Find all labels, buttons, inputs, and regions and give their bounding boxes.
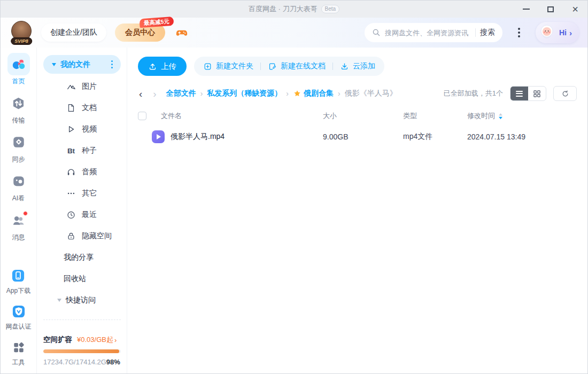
rail-item-ai-view[interactable]: AI看 [7,170,30,203]
rail-label-certification: 网盘认证 [6,322,32,331]
rail-label-transfer: 传输 [12,116,25,125]
storage-price-link[interactable]: ¥0.03/GB起 › [77,335,117,345]
file-row[interactable]: 俄影半人马.mp4 9.00GB mp4文件 2024.07.15 13:49 [138,124,577,149]
kebab-menu-icon [518,28,520,30]
file-name[interactable]: 俄影半人马.mp4 [171,132,225,142]
rail-item-messages[interactable]: 消息 [7,209,30,242]
upload-button[interactable]: 上传 [138,57,187,76]
chevron-right-icon: › [569,28,572,37]
account-logo[interactable]: SVIP8 [10,20,33,45]
assistant-pill[interactable]: Hi › [536,22,579,43]
sidebar-item-recycle-bin[interactable]: 回收站 [43,268,121,290]
create-team-button[interactable]: 创建企业/团队 [41,24,106,42]
breadcrumb-item-collection[interactable]: 俄剧合集 [304,89,334,98]
app-window: 百度网盘 · 刀刀大表哥 Beta × SVIP8 创建企业/团队 会员中心 最… [0,0,588,374]
breadcrumb-item-all-files[interactable]: 全部文件 [166,89,196,98]
toolbar: 上传 新建文件夹 [138,57,577,76]
pictures-icon [66,82,76,92]
clock-icon [66,210,76,220]
breadcrumb-separator: › [338,89,341,98]
rail-item-sync[interactable]: 同步 [7,131,30,164]
close-button[interactable]: × [563,1,587,18]
sidebar: 我的文件 图片 文档 视频 Bt 种子 [37,48,127,373]
sync-icon [12,135,26,149]
search-input[interactable] [385,29,471,37]
greeting-label: Hi [559,28,567,37]
main-content: 上传 新建文件夹 [127,48,587,373]
forward-button[interactable]: › [152,89,157,99]
rail-item-certification[interactable]: 网盘认证 [6,302,32,331]
sidebar-item-my-files[interactable]: 我的文件 [43,55,121,74]
new-folder-button[interactable]: 新建文件夹 [203,61,253,71]
sidebar-item-audio[interactable]: 音频 [43,161,121,183]
refresh-icon [561,90,569,98]
list-view-button[interactable] [510,87,528,100]
sidebar-item-quick-access[interactable]: 快捷访问 [43,290,121,311]
list-meta: 已全部加载，共1个 [444,86,577,101]
transfer-icon [11,96,26,111]
sidebar-item-torrents[interactable]: Bt 种子 [43,140,121,161]
back-button[interactable]: ‹ [138,89,143,99]
minimize-button[interactable] [514,1,538,18]
rail-item-app-download[interactable]: App下载 [6,267,30,295]
list-view-icon [516,91,523,97]
sidebar-item-documents[interactable]: 文档 [43,97,121,119]
collapse-arrow-icon [52,63,56,66]
minimize-icon [523,9,530,10]
file-type: mp4文件 [403,132,467,142]
refresh-button[interactable] [553,86,577,101]
breadcrumb-item-series[interactable]: 私发系列（稀缺资源） [207,89,282,98]
lock-icon [66,231,76,241]
svip-badge: SVIP8 [11,37,32,45]
select-all-checkbox[interactable] [138,112,146,120]
file-size: 9.00GB [323,133,403,141]
sidebar-item-recent[interactable]: 最近 [43,204,121,225]
left-rail: 首页 传输 [1,48,37,373]
body: 首页 传输 [1,48,587,373]
column-header-size[interactable]: 大小 [323,111,403,121]
more-menu-button[interactable] [511,23,527,42]
column-header-modified[interactable]: 修改时间 [467,111,577,121]
sidebar-item-my-shares[interactable]: 我的分享 [43,247,121,268]
close-icon: × [572,4,578,14]
titlebar: 百度网盘 · 刀刀大表哥 Beta × [1,1,587,18]
breadcrumb-row: ‹ › 全部文件 › 私发系列（稀缺资源） › 俄剧合集 › 俄影《半人马》 已… [138,85,577,102]
search-submit-button[interactable]: 搜索 [480,28,495,37]
new-online-doc-button[interactable]: 新建在线文档 [268,61,326,71]
cloud-add-button[interactable]: 云添加 [340,61,375,71]
rail-item-transfer[interactable]: 传输 [7,92,30,125]
sidebar-item-hidden-space[interactable]: 隐藏空间 [43,225,121,247]
rail-label-ai-view: AI看 [12,194,25,203]
rail-label-sync: 同步 [12,155,25,164]
vip-center-button[interactable]: 会员中心 最高减5元 [115,24,165,42]
sidebar-item-videos[interactable]: 视频 [43,119,121,140]
new-doc-icon [268,62,277,71]
cloud-add-icon [340,62,349,71]
window-controls: × [514,1,587,18]
tools-icon [12,340,26,354]
column-header-name[interactable]: 文件名 [161,111,323,121]
document-icon [66,103,76,113]
ai-view-icon [12,174,26,188]
grid-view-button[interactable] [528,87,546,100]
window-title: 百度网盘 · 刀刀大表哥 [249,4,318,14]
my-files-menu-button[interactable] [110,59,115,71]
ellipsis-icon [66,189,76,198]
breadcrumb-separator: › [286,89,289,98]
column-header-type[interactable]: 类型 [403,111,467,121]
header: SVIP8 创建企业/团队 会员中心 最高减5元 搜索 [1,18,587,48]
notification-dot [23,211,28,216]
rail-bottom: App下载 网盘认证 [6,267,32,368]
bt-icon: Bt [67,147,75,155]
file-modified: 2024.07.15 13:49 [467,133,577,141]
sidebar-category-list: 图片 文档 视频 Bt 种子 音频 [43,76,121,247]
sidebar-item-pictures[interactable]: 图片 [43,76,121,97]
sidebar-item-other[interactable]: 其它 [43,183,121,204]
maximize-button[interactable] [538,1,563,18]
video-icon [66,124,76,134]
rail-item-tools[interactable]: 工具 [10,338,28,367]
games-button[interactable] [174,25,190,41]
search-box[interactable]: 搜索 [365,23,502,42]
star-icon [293,89,301,98]
rail-item-home[interactable]: 首页 [7,53,30,86]
